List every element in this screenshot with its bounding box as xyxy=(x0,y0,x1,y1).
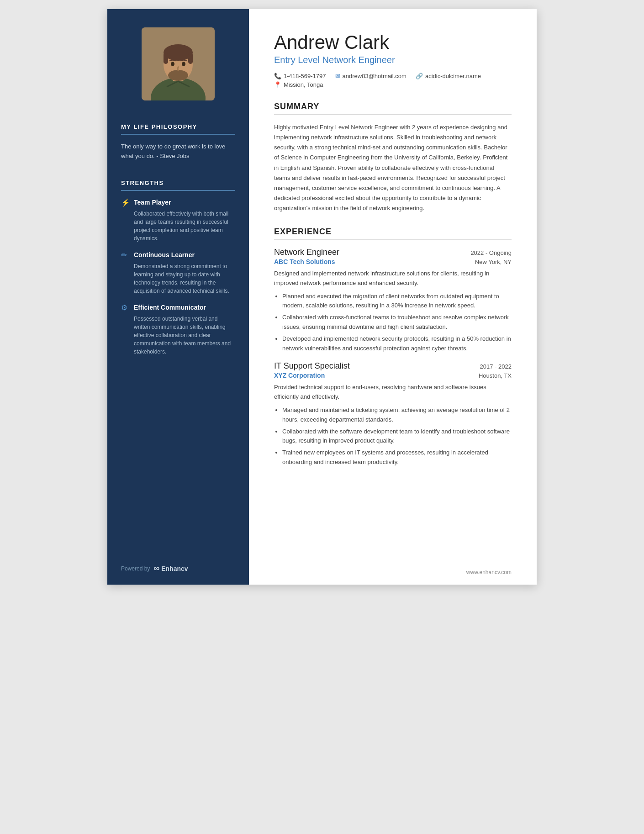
exp-header-1: Network Engineer 2022 - Ongoing xyxy=(274,248,512,257)
svg-point-8 xyxy=(168,70,188,81)
strength-name-3: Efficient Communicator xyxy=(134,304,206,311)
enhancv-icon: ∞ xyxy=(153,564,159,573)
philosophy-title: MY LIFE PHILOSOPHY xyxy=(121,123,235,135)
resume-container: MY LIFE PHILOSOPHY The only way to do gr… xyxy=(107,9,537,585)
strength-desc-3: Possessed outstanding verbal and written… xyxy=(121,315,235,356)
phone-value: 1-418-569-1797 xyxy=(284,73,326,79)
exp-bullet-2-1: Managed and maintained a ticketing syste… xyxy=(282,406,512,425)
strength-name-2: Continuous Learner xyxy=(134,251,195,259)
footer-url: www.enhancv.com xyxy=(466,569,512,575)
exp-location-2: Houston, TX xyxy=(479,372,512,379)
phone-icon: 📞 xyxy=(274,73,281,79)
exp-company-1: ABC Tech Solutions xyxy=(274,258,335,265)
location-icon: 📍 xyxy=(274,81,281,88)
strength-item-1: ⚡ Team Player Collaborated effectively w… xyxy=(121,198,235,243)
candidate-name: Andrew Clark xyxy=(274,32,512,53)
pencil-icon: ✏ xyxy=(121,251,130,259)
contact-email: ✉ andrew83@hotmail.com xyxy=(335,73,406,79)
philosophy-text: The only way to do great work is to love… xyxy=(121,142,235,161)
strength-item-3: ⚙ Efficient Communicator Possessed outst… xyxy=(121,303,235,356)
strength-header-1: ⚡ Team Player xyxy=(121,198,235,207)
exp-header-2: IT Support Specialist 2017 - 2022 xyxy=(274,361,512,371)
email-icon: ✉ xyxy=(335,73,340,79)
exp-bullets-2: Managed and maintained a ticketing syste… xyxy=(274,406,512,467)
strength-desc-2: Demonstrated a strong commitment to lear… xyxy=(121,262,235,295)
gear-icon: ⚙ xyxy=(121,303,130,312)
svg-rect-7 xyxy=(188,53,193,64)
philosophy-section: MY LIFE PHILOSOPHY The only way to do gr… xyxy=(107,114,249,170)
main-content: Andrew Clark Entry Level Network Enginee… xyxy=(249,9,537,585)
strength-header-3: ⚙ Efficient Communicator xyxy=(121,303,235,312)
experience-section-title: EXPERIENCE xyxy=(274,227,512,240)
strength-header-2: ✏ Continuous Learner xyxy=(121,251,235,259)
sidebar-footer: Powered by ∞ Enhancv xyxy=(107,554,249,585)
strength-item-2: ✏ Continuous Learner Demonstrated a stro… xyxy=(121,251,235,295)
exp-job-2: IT Support Specialist 2017 - 2022 XYZ Co… xyxy=(274,361,512,467)
exp-bullet-1-1: Planned and executed the migration of cl… xyxy=(282,292,512,311)
contact-row-1: 📞 1-418-569-1797 ✉ andrew83@hotmail.com … xyxy=(274,73,512,79)
svg-point-10 xyxy=(182,62,185,66)
exp-sub-1: ABC Tech Solutions New York, NY xyxy=(274,258,512,265)
strengths-title: STRENGTHS xyxy=(121,179,235,191)
exp-job-title-2: IT Support Specialist xyxy=(274,361,350,371)
strength-name-1: Team Player xyxy=(134,199,171,206)
contact-phone: 📞 1-418-569-1797 xyxy=(274,73,326,79)
enhancv-logo: ∞ Enhancv xyxy=(153,564,188,573)
exp-bullet-2-3: Trained new employees on IT systems and … xyxy=(282,448,512,467)
exp-bullet-1-3: Developed and implemented network securi… xyxy=(282,334,512,354)
avatar-container xyxy=(107,9,249,114)
exp-location-1: New York, NY xyxy=(475,259,512,265)
exp-job-1: Network Engineer 2022 - Ongoing ABC Tech… xyxy=(274,248,512,353)
lightning-icon: ⚡ xyxy=(121,198,130,207)
summary-section-title: SUMMARY xyxy=(274,102,512,115)
link-icon: 🔗 xyxy=(416,73,423,79)
main-footer: www.enhancv.com xyxy=(466,569,512,575)
exp-company-2: XYZ Corporation xyxy=(274,372,325,379)
contact-website: 🔗 acidic-dulcimer.name xyxy=(416,73,481,79)
summary-text: Highly motivated Entry Level Network Eng… xyxy=(274,122,512,213)
candidate-job-title: Entry Level Network Engineer xyxy=(274,55,512,65)
website-value: acidic-dulcimer.name xyxy=(425,73,481,79)
exp-job-title-1: Network Engineer xyxy=(274,248,339,257)
exp-dates-2: 2017 - 2022 xyxy=(480,363,512,370)
exp-bullet-1-2: Collaborated with cross-functional teams… xyxy=(282,313,512,332)
enhancv-brand-name: Enhancv xyxy=(161,565,188,572)
location-value: Mission, Tonga xyxy=(284,81,323,88)
exp-desc-1: Designed and implemented network infrast… xyxy=(274,269,512,288)
exp-bullet-2-2: Collaborated with the software developme… xyxy=(282,427,512,446)
svg-rect-6 xyxy=(164,53,168,64)
contact-row-2: 📍 Mission, Tonga xyxy=(274,81,512,88)
sidebar: MY LIFE PHILOSOPHY The only way to do gr… xyxy=(107,9,249,585)
strengths-section: STRENGTHS ⚡ Team Player Collaborated eff… xyxy=(107,170,249,373)
strength-desc-1: Collaborated effectively with both small… xyxy=(121,210,235,243)
avatar xyxy=(142,27,215,100)
powered-by-label: Powered by xyxy=(121,565,150,572)
email-value: andrew83@hotmail.com xyxy=(343,73,406,79)
exp-dates-1: 2022 - Ongoing xyxy=(470,249,512,256)
svg-point-9 xyxy=(171,62,174,66)
exp-desc-2: Provided technical support to end-users,… xyxy=(274,383,512,402)
exp-bullets-1: Planned and executed the migration of cl… xyxy=(274,292,512,354)
exp-sub-2: XYZ Corporation Houston, TX xyxy=(274,372,512,379)
